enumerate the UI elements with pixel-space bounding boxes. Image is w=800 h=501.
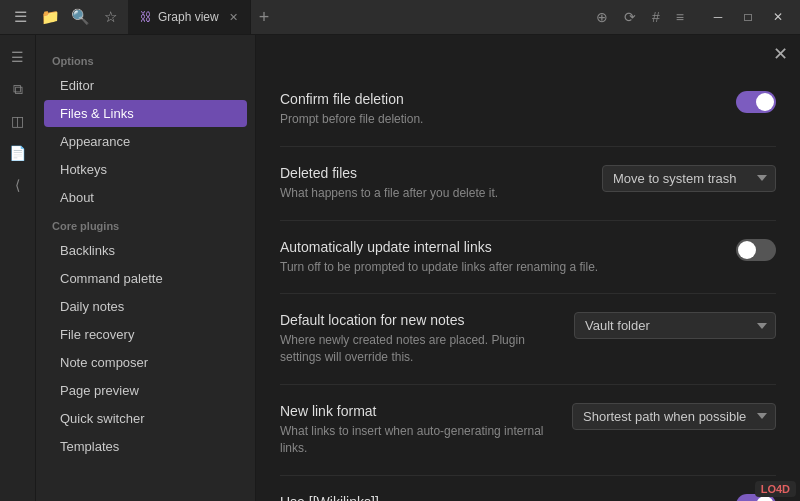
hamburger-btn[interactable]: ☰ [8,5,32,29]
sidebar-icon-search[interactable]: ⧉ [4,75,32,103]
close-settings-btn[interactable]: ✕ [773,43,788,65]
setting-desc: Prompt before file deletion. [280,111,716,128]
new-tab-btn[interactable]: + [251,7,278,28]
sidebar-item-file-recovery[interactable]: File recovery [44,321,247,348]
sidebar-item-about[interactable]: About [44,184,247,211]
setting-text: Use [[Wikilinks]] Auto-generate Wikilink… [280,494,716,501]
setting-confirm-file-deletion: Confirm file deletion Prompt before file… [280,73,776,147]
new-link-format-select[interactable]: Shortest path when possible Relative pat… [572,403,776,430]
setting-desc: What links to insert when auto-generatin… [280,423,552,457]
settings-sidebar: Options Editor Files & Links Appearance … [36,35,256,501]
graph-btn[interactable]: # [646,7,666,27]
setting-text: Deleted files What happens to a file aft… [280,165,582,202]
setting-name: Deleted files [280,165,582,181]
sidebar-item-note-composer[interactable]: Note composer [44,349,247,376]
tab-close-btn[interactable]: ✕ [229,11,238,24]
setting-default-location-notes: Default location for new notes Where new… [280,294,776,385]
setting-deleted-files: Deleted files What happens to a file aft… [280,147,776,221]
publish-btn[interactable]: ⊕ [590,7,614,27]
setting-auto-update-links: Automatically update internal links Turn… [280,221,776,295]
setting-use-wikilinks: Use [[Wikilinks]] Auto-generate Wikilink… [280,476,776,501]
minimize-btn[interactable]: ─ [704,5,732,29]
search-btn[interactable]: 🔍 [68,5,92,29]
sidebar-item-hotkeys[interactable]: Hotkeys [44,156,247,183]
titlebar: ☰ 📁 🔍 ☆ ⛓ Graph view ✕ + ⊕ ⟳ # ≡ ─ □ ✕ [0,0,800,35]
setting-new-link-format: New link format What links to insert whe… [280,385,776,476]
titlebar-right: ⊕ ⟳ # ≡ [590,7,690,27]
window-controls: ─ □ ✕ [704,5,792,29]
sidebar-item-backlinks[interactable]: Backlinks [44,237,247,264]
sidebar-icon-graph[interactable]: ◫ [4,107,32,135]
sidebar-item-page-preview[interactable]: Page preview [44,377,247,404]
setting-name: Default location for new notes [280,312,554,328]
sidebar-item-editor[interactable]: Editor [44,72,247,99]
setting-name: Use [[Wikilinks]] [280,494,716,501]
setting-name: Automatically update internal links [280,239,716,255]
tab-label: Graph view [158,10,219,24]
lo4d-accent: 4D [776,483,790,495]
sidebar-item-quick-switcher[interactable]: Quick switcher [44,405,247,432]
setting-desc: What happens to a file after you delete … [280,185,582,202]
sidebar-item-daily-notes[interactable]: Daily notes [44,293,247,320]
sidebar-icon-files[interactable]: ☰ [4,43,32,71]
setting-text: Default location for new notes Where new… [280,312,554,366]
setting-desc: Where newly created notes are placed. Pl… [280,332,554,366]
sidebar-icon-calendar[interactable]: 📄 [4,139,32,167]
setting-text: New link format What links to insert whe… [280,403,552,457]
setting-text: Automatically update internal links Turn… [280,239,716,276]
bookmark-btn[interactable]: ☆ [98,5,122,29]
core-plugins-label: Core plugins [36,212,255,236]
default-location-notes-select[interactable]: Vault folder Root folder Same folder as … [574,312,776,339]
setting-text: Confirm file deletion Prompt before file… [280,91,716,128]
settings-header: ✕ [256,35,800,73]
confirm-deletion-toggle[interactable] [736,91,776,113]
maximize-btn[interactable]: □ [734,5,762,29]
setting-control: Vault folder Root folder Same folder as … [574,312,776,339]
settings-content: ✕ Confirm file deletion Prompt before fi… [256,35,800,501]
lo4d-text: LO [761,483,776,495]
settings-body: Confirm file deletion Prompt before file… [256,73,800,501]
setting-control: Move to system trash Move to Obsidian tr… [602,165,776,192]
options-label: Options [36,47,255,71]
tab-area: ⛓ Graph view ✕ + [128,0,584,34]
menu-btn[interactable]: ≡ [670,7,690,27]
setting-name: New link format [280,403,552,419]
sidebar-item-appearance[interactable]: Appearance [44,128,247,155]
icon-sidebar: ☰ ⧉ ◫ 📄 ⟨ [0,35,36,501]
sidebar-item-templates[interactable]: Templates [44,433,247,460]
graph-view-tab[interactable]: ⛓ Graph view ✕ [128,0,251,34]
setting-desc: Turn off to be prompted to update links … [280,259,716,276]
setting-control: Shortest path when possible Relative pat… [572,403,776,430]
deleted-files-select[interactable]: Move to system trash Move to Obsidian tr… [602,165,776,192]
sidebar-item-files-links[interactable]: Files & Links [44,100,247,127]
lo4d-watermark: LO4D [755,481,796,497]
graph-tab-icon: ⛓ [140,10,152,24]
setting-control [736,91,776,113]
setting-control [736,239,776,261]
sync-btn[interactable]: ⟳ [618,7,642,27]
folder-btn[interactable]: 📁 [38,5,62,29]
close-btn[interactable]: ✕ [764,5,792,29]
sidebar-item-command-palette[interactable]: Command palette [44,265,247,292]
auto-update-links-toggle[interactable] [736,239,776,261]
setting-name: Confirm file deletion [280,91,716,107]
main-area: ☰ ⧉ ◫ 📄 ⟨ Options Editor Files & Links A… [0,35,800,501]
sidebar-icon-chevron[interactable]: ⟨ [4,171,32,199]
